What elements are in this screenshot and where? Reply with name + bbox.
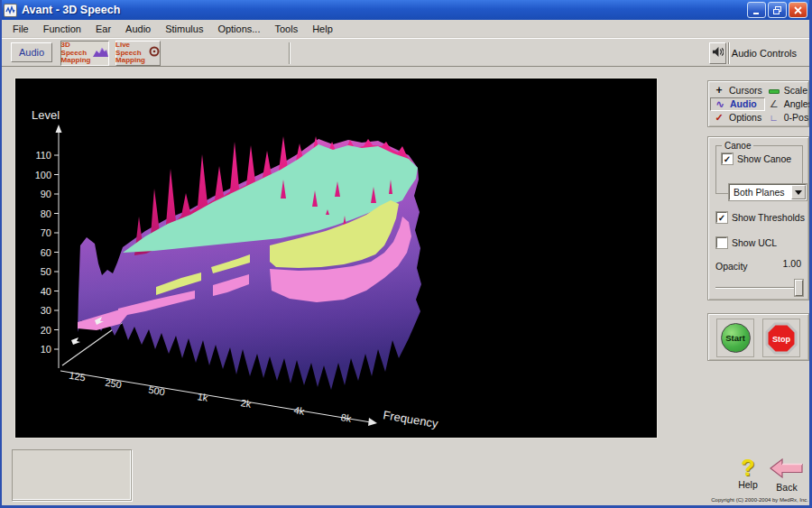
live-map-icon — [148, 45, 161, 61]
frequency-axis-arrow — [368, 418, 377, 426]
menu-bar: File Function Ear Audio Stimulus Options… — [2, 20, 809, 38]
close-button[interactable] — [789, 2, 807, 18]
level-axis-arrow — [56, 125, 62, 133]
start-stop-group: Start Stop — [707, 313, 809, 361]
menu-tools[interactable]: Tools — [267, 22, 305, 36]
level-tick-label: 20 — [41, 325, 51, 336]
frequency-tick-label: 250 — [105, 377, 123, 391]
3d-map-icon — [93, 45, 108, 61]
app-window: Avant - 3D Speech File Function Ear Audi… — [0, 0, 812, 508]
checkbox[interactable]: ✓ — [716, 212, 727, 223]
level-tick-label: 90 — [41, 189, 51, 199]
audio-controls-button[interactable]: Audio Controls — [709, 43, 797, 63]
opacity-label: Opacity — [715, 261, 748, 272]
show-thresholds-checkbox[interactable]: ✓ Show Thresholds — [716, 212, 805, 223]
wave-icon: ∿ — [714, 98, 726, 110]
show-ucl-checkbox[interactable]: Show UCL — [716, 237, 777, 248]
back-button[interactable]: Back — [769, 458, 805, 493]
minimize-button[interactable] — [747, 2, 766, 18]
level-tick-label: 80 — [41, 208, 51, 219]
level-tick-label: 10 — [41, 344, 51, 355]
level-tick-label: 60 — [41, 247, 51, 258]
3d-speech-mapping-button[interactable]: 3D Speech Mapping — [60, 41, 109, 66]
toolbar: Audio 3D Speech Mapping Live Speech Mapp… — [2, 38, 809, 67]
level-tick-label: 100 — [35, 170, 51, 180]
status-box — [12, 449, 132, 501]
start-button-cell: Start — [716, 319, 754, 357]
frequency-tick-label: 8k — [340, 411, 353, 424]
slider-track[interactable] — [715, 287, 803, 289]
cursor-marker-b — [71, 337, 80, 345]
green-bar-icon — [768, 85, 780, 96]
frequency-tick-label: 500 — [148, 384, 166, 398]
chevron-down-icon[interactable] — [791, 185, 806, 199]
level-tick-label: 70 — [41, 227, 51, 238]
display-options-group: Canoe ✓ Show Canoe Both Planes ✓ Show Th… — [707, 136, 809, 300]
menu-help[interactable]: Help — [305, 22, 340, 36]
restore-button[interactable] — [768, 2, 787, 18]
frequency-tick-label: 2k — [240, 397, 253, 410]
menu-file[interactable]: File — [5, 22, 36, 36]
toggle-scale[interactable]: Scale — [765, 84, 812, 97]
level-tick-label: 110 — [35, 150, 51, 161]
title-bar: Avant - 3D Speech — [0, 0, 812, 20]
copyright-text: Copyright (C) 2000-2004 by MedRx, Inc. — [711, 497, 808, 503]
frequency-axis-title: Frequency — [383, 408, 440, 430]
stop-button-cell: Stop — [762, 319, 800, 357]
view-toggle-group: + Cursors Scale ∿ Audio ∠ Angles ✓ Optio… — [707, 80, 809, 127]
back-arrow-icon — [770, 458, 804, 478]
start-button[interactable]: Start — [721, 323, 751, 353]
frequency-tick-label: 1k — [197, 391, 209, 403]
opacity-value: 1.00 — [783, 258, 801, 269]
show-canoe-checkbox[interactable]: ✓ Show Canoe — [722, 153, 791, 164]
speaker-icon — [709, 42, 726, 64]
audio-button[interactable]: Audio — [11, 42, 52, 62]
toggle-0-pos[interactable]: ∟ 0-Pos — [765, 111, 812, 124]
speech-map-3d-svg[interactable]: 110100908070605040302010Level1252505001k… — [15, 79, 657, 438]
canoe-fieldset: Canoe ✓ Show Canoe Both Planes — [715, 145, 803, 194]
help-question-icon: ? — [733, 456, 763, 479]
window-border-left — [0, 0, 2, 508]
stop-button[interactable]: Stop — [764, 321, 798, 356]
slider-thumb[interactable] — [795, 280, 803, 296]
menu-options[interactable]: Options... — [210, 22, 267, 36]
level-tick-label: 50 — [41, 266, 51, 277]
level-axis-title: Level — [32, 108, 60, 122]
svg-text:Stop: Stop — [772, 334, 790, 343]
red-check-icon: ✓ — [713, 112, 725, 124]
window-title: Avant - 3D Speech — [22, 4, 120, 16]
live-speech-mapping-button[interactable]: Live Speech Mapping — [115, 41, 161, 66]
app-icon — [4, 4, 17, 17]
planes-select[interactable]: Both Planes — [729, 184, 807, 200]
level-tick-label: 40 — [41, 286, 51, 297]
checkbox[interactable] — [716, 237, 727, 248]
toolbar-separator — [289, 42, 291, 64]
angle-icon: ∠ — [768, 98, 780, 110]
plus-icon: + — [713, 84, 725, 97]
speech-map-3d-chart[interactable]: 110100908070605040302010Level1252505001k… — [14, 78, 658, 439]
frequency-tick-label: 125 — [69, 370, 87, 383]
toggle-options[interactable]: ✓ Options — [710, 111, 765, 124]
level-tick-label: 30 — [41, 305, 51, 316]
menu-stimulus[interactable]: Stimulus — [158, 22, 210, 36]
zero-pos-icon: ∟ — [768, 113, 780, 123]
toggle-audio[interactable]: ∿ Audio — [710, 97, 765, 112]
help-button[interactable]: ? Help — [733, 456, 763, 490]
opacity-slider[interactable] — [715, 280, 803, 296]
checkbox[interactable]: ✓ — [722, 153, 733, 164]
menu-function[interactable]: Function — [36, 22, 88, 36]
frequency-tick-label: 4k — [293, 404, 306, 417]
toggle-angles[interactable]: ∠ Angles — [765, 97, 812, 112]
menu-audio[interactable]: Audio — [118, 22, 158, 36]
menu-ear[interactable]: Ear — [88, 22, 118, 36]
toggle-cursors[interactable]: + Cursors — [710, 84, 765, 97]
